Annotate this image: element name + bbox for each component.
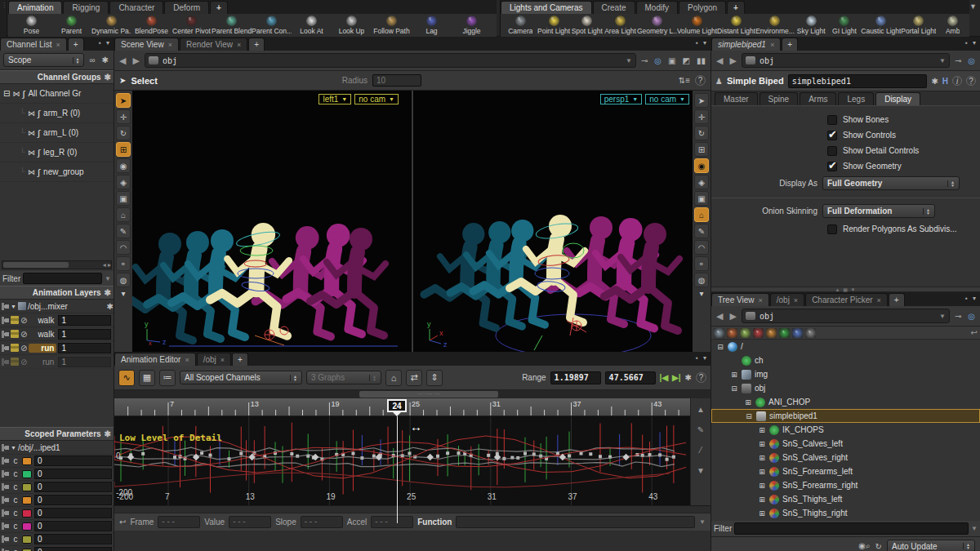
- tab-tree-view[interactable]: Tree View×: [711, 293, 769, 306]
- memory-icon[interactable]: ◉⌕: [858, 541, 870, 551]
- close-icon[interactable]: ×: [185, 356, 189, 364]
- shelf-right-tool-camera[interactable]: Camera: [504, 14, 537, 37]
- shelf-right-tool-area-light[interactable]: Area Light: [604, 14, 637, 37]
- tree-node-sns-thighs-left[interactable]: ⊞SnS_Thighs_left: [711, 492, 980, 506]
- color-swatch[interactable]: [22, 457, 32, 465]
- shelf-right-tool-volume-light[interactable]: Volume Light: [677, 14, 717, 37]
- gear-icon[interactable]: ✱: [105, 429, 111, 438]
- pin-icon[interactable]: [2, 470, 9, 478]
- shelf-left-tab--[interactable]: +: [210, 1, 228, 14]
- tree-path-field[interactable]: obj▼: [742, 309, 950, 323]
- new-tab-button[interactable]: +: [889, 293, 905, 306]
- scoped-parameter-row[interactable]: e0: [0, 546, 114, 551]
- timeline-ruler[interactable]: 7131925313743: [114, 398, 710, 416]
- gear-icon[interactable]: ✱: [685, 373, 692, 382]
- shelf-right-tool-caustic-light[interactable]: Caustic Light: [861, 14, 901, 37]
- color-swatch[interactable]: [22, 509, 32, 518]
- close-icon[interactable]: ×: [770, 41, 774, 49]
- expand-icon[interactable]: ⊞: [758, 509, 766, 518]
- range-end-arrow-icon[interactable]: ▶|: [672, 373, 681, 382]
- new-tab-button[interactable]: +: [248, 38, 265, 51]
- collapse-arrow-icon[interactable]: ▼: [11, 304, 16, 309]
- back-icon[interactable]: ◀: [715, 311, 724, 322]
- graph-scrollbar[interactable]: [114, 390, 710, 398]
- layer-value-input[interactable]: 1: [58, 343, 111, 353]
- hook-icon[interactable]: ↻: [694, 126, 709, 140]
- pin-icon[interactable]: [2, 444, 9, 451]
- pane-resize-strip[interactable]: [114, 505, 710, 513]
- frame-input[interactable]: - - -: [158, 516, 200, 528]
- forward-icon[interactable]: ▶: [728, 56, 737, 66]
- gear-icon[interactable]: ✱: [931, 77, 938, 86]
- pose-brush-icon[interactable]: ↻: [116, 126, 131, 140]
- expand-icon[interactable]: ⊟: [745, 412, 753, 420]
- tree-node-img[interactable]: ⊞img: [711, 367, 980, 381]
- param-value-input[interactable]: 0: [34, 469, 112, 479]
- expand-icon[interactable]: ⊞: [744, 398, 752, 407]
- expand-icon[interactable]: ⊞: [758, 454, 766, 462]
- shelf-right-tool-environme-[interactable]: Environme...: [755, 14, 795, 37]
- point-icon[interactable]: ◠: [694, 240, 709, 255]
- scoped-parameter-row[interactable]: c0: [0, 468, 114, 481]
- tree-filter-icon-7[interactable]: [805, 328, 816, 338]
- camera-menu[interactable]: left1▼: [318, 94, 351, 104]
- shelf-left-tool-look-at[interactable]: Look At: [292, 14, 332, 37]
- undo-icon[interactable]: ↩: [119, 518, 126, 527]
- houdini-help-icon[interactable]: H: [942, 77, 948, 86]
- frame-vertical-icon[interactable]: ⇕: [426, 370, 443, 386]
- range-start-input[interactable]: 1.19897: [550, 371, 601, 384]
- lock-icon[interactable]: ✛: [694, 109, 709, 124]
- volatile-select-icon[interactable]: ➤: [116, 93, 131, 108]
- parmtab-display[interactable]: Display: [875, 92, 920, 105]
- new-tab-button[interactable]: +: [232, 353, 248, 366]
- param-value-input[interactable]: 0: [34, 455, 112, 466]
- checkbox-show-bones[interactable]: [827, 115, 837, 125]
- pose-icon[interactable]: ⌂: [116, 207, 131, 222]
- target-icon[interactable]: ◎: [966, 56, 977, 65]
- pane-splitter[interactable]: ▲ ▦ ▼: [711, 287, 980, 292]
- pane-menu-icons[interactable]: ▪ ▾: [965, 39, 978, 47]
- graph-side-toolbar[interactable]: ▲✎⁄▼: [690, 398, 710, 505]
- shelf-left-tool-parent-blend[interactable]: Parent Blend: [212, 14, 252, 37]
- shelf-right-tool-sky-light[interactable]: Sky Light: [795, 14, 828, 37]
- scoped-parameter-row[interactable]: c0: [0, 455, 114, 468]
- pin-icon[interactable]: [2, 483, 9, 491]
- home-icon[interactable]: ⌂: [385, 370, 402, 386]
- scoped-parameter-row[interactable]: c0: [0, 494, 114, 507]
- link-icon[interactable]: ∞: [87, 56, 96, 64]
- tree-node-sns-forearms-right[interactable]: ⊞SnS_Forearms_right: [711, 478, 980, 492]
- layer-name[interactable]: run: [29, 344, 56, 353]
- shelf-menu-arrow[interactable]: ▼: [969, 2, 977, 11]
- color-swatch[interactable]: [22, 535, 32, 544]
- expand-icon[interactable]: ⊞: [758, 495, 766, 504]
- range-start-arrow-icon[interactable]: |◀: [660, 373, 669, 382]
- tree-filter-input[interactable]: [734, 522, 969, 535]
- tree-filter-icon-0[interactable]: [714, 328, 724, 338]
- checkbox-show-controls[interactable]: [827, 131, 837, 140]
- layer-value-input[interactable]: 1: [58, 315, 111, 326]
- help-icon[interactable]: ?: [695, 75, 706, 86]
- tree-filter-icon-5[interactable]: [779, 328, 790, 338]
- close-icon[interactable]: ×: [758, 296, 762, 304]
- gear-icon[interactable]: ✱: [105, 73, 111, 82]
- tree-filter-icon-4[interactable]: [766, 328, 777, 338]
- horizontal-scrollbar[interactable]: ◂ ▸: [2, 260, 112, 269]
- shading-icon[interactable]: ⌂: [694, 207, 709, 222]
- mute-icon[interactable]: ⊘: [20, 330, 27, 339]
- no-cam-menu[interactable]: no cam▼: [354, 94, 399, 104]
- pane-menu-icons[interactable]: ▪ ▾: [696, 39, 708, 47]
- shelf-right-tab-polygon[interactable]: Polygon: [679, 1, 726, 14]
- close-icon[interactable]: ×: [56, 41, 60, 49]
- camera-menu[interactable]: persp1▼: [600, 94, 643, 104]
- scoped-channels-dropdown[interactable]: All Scoped Channels▲▼: [180, 371, 302, 384]
- param-value-input[interactable]: 0: [34, 547, 112, 551]
- pin-icon[interactable]: [2, 509, 9, 517]
- shelf-right-tool-distant-light[interactable]: Distant Light: [717, 14, 755, 37]
- tree-node-obj[interactable]: ⊟obj: [711, 381, 980, 395]
- shelf-right-tab-modify[interactable]: Modify: [636, 1, 678, 14]
- expand-icon[interactable]: ⊟: [730, 384, 738, 393]
- pin-icon[interactable]: [2, 457, 9, 464]
- auto-update-dropdown[interactable]: Auto Update▲▼: [887, 540, 975, 551]
- help-icon[interactable]: ?: [966, 76, 976, 86]
- help-icon[interactable]: ?: [696, 372, 706, 383]
